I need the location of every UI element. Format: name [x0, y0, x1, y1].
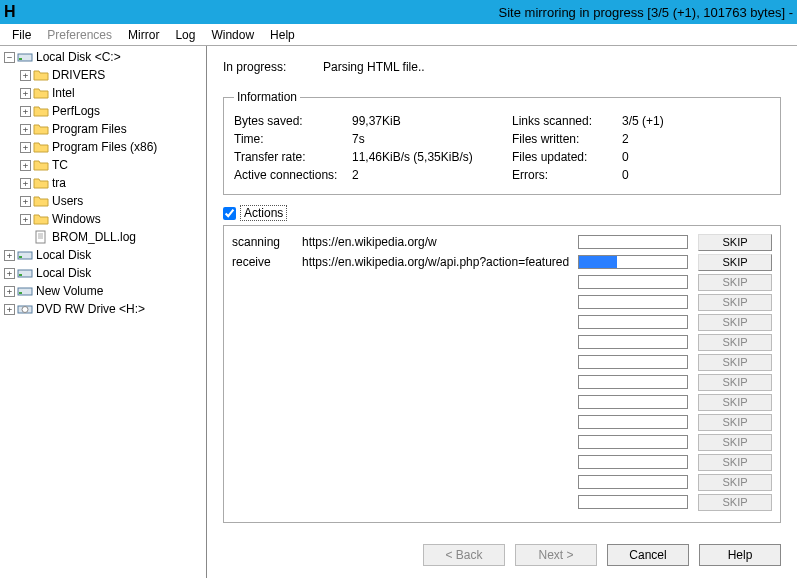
expand-icon[interactable]: +: [20, 160, 31, 171]
action-progress: [578, 455, 688, 469]
drive-icon: [17, 266, 33, 280]
action-url: https://en.wikipedia.org/w: [302, 235, 578, 249]
cd-drive-icon: [17, 302, 33, 316]
action-row: SKIP: [232, 292, 772, 312]
expand-icon[interactable]: +: [4, 268, 15, 279]
skip-button: SKIP: [698, 414, 772, 431]
action-row: SKIP: [232, 452, 772, 472]
information-group: Information Bytes saved: 99,37KiB Links …: [223, 90, 781, 195]
tree-folder-label[interactable]: DRIVERS: [52, 68, 105, 82]
tree-drive-label[interactable]: Local Disk: [36, 248, 91, 262]
menu-window[interactable]: Window: [203, 26, 262, 44]
skip-button: SKIP: [698, 454, 772, 471]
action-progress: [578, 495, 688, 509]
time-label: Time:: [234, 132, 352, 146]
tree-folder-label[interactable]: tra: [52, 176, 66, 190]
action-url: https://en.wikipedia.org/w/api.php?actio…: [302, 255, 578, 269]
tree-folder-label[interactable]: Users: [52, 194, 83, 208]
action-row: SKIP: [232, 272, 772, 292]
file-icon: [33, 230, 49, 244]
expand-icon[interactable]: +: [20, 196, 31, 207]
menu-mirror[interactable]: Mirror: [120, 26, 167, 44]
button-bar: < Back Next > Cancel Help: [423, 544, 781, 566]
action-type: receive: [232, 255, 302, 269]
expand-icon[interactable]: +: [20, 124, 31, 135]
skip-button[interactable]: SKIP: [698, 234, 772, 251]
transfer-rate-label: Transfer rate:: [234, 150, 352, 164]
tree-folder-label[interactable]: PerfLogs: [52, 104, 100, 118]
expand-icon[interactable]: +: [20, 178, 31, 189]
actions-group: scanninghttps://en.wikipedia.org/wSKIPre…: [223, 225, 781, 523]
expand-icon[interactable]: +: [20, 88, 31, 99]
tree-root-label[interactable]: Local Disk <C:>: [36, 50, 121, 64]
expand-icon[interactable]: +: [20, 106, 31, 117]
tree-drive-label[interactable]: Local Disk: [36, 266, 91, 280]
expand-icon[interactable]: +: [4, 304, 15, 315]
errors-value: 0: [622, 168, 682, 182]
help-button[interactable]: Help: [699, 544, 781, 566]
action-row: SKIP: [232, 432, 772, 452]
files-updated-label: Files updated:: [512, 150, 622, 164]
errors-label: Errors:: [512, 168, 622, 182]
drive-icon: [17, 248, 33, 262]
action-progress: [578, 395, 688, 409]
actions-checkbox[interactable]: [223, 207, 236, 220]
action-row: SKIP: [232, 352, 772, 372]
tree-folder-label[interactable]: Intel: [52, 86, 75, 100]
action-progress: [578, 315, 688, 329]
svg-rect-1: [19, 58, 22, 60]
svg-rect-2: [36, 231, 45, 243]
bytes-saved-label: Bytes saved:: [234, 114, 352, 128]
action-progress: [578, 375, 688, 389]
links-scanned-label: Links scanned:: [512, 114, 622, 128]
action-progress: [578, 355, 688, 369]
svg-rect-11: [19, 292, 22, 294]
back-button[interactable]: < Back: [423, 544, 505, 566]
transfer-rate-value: 11,46KiB/s (5,35KiB/s): [352, 150, 512, 164]
actions-label[interactable]: Actions: [240, 205, 287, 221]
action-progress: [578, 475, 688, 489]
menu-log[interactable]: Log: [167, 26, 203, 44]
action-row: scanninghttps://en.wikipedia.org/wSKIP: [232, 232, 772, 252]
folder-icon: [33, 176, 49, 190]
files-written-label: Files written:: [512, 132, 622, 146]
tree-folder-label[interactable]: Program Files: [52, 122, 127, 136]
folder-icon: [33, 122, 49, 136]
action-row: SKIP: [232, 312, 772, 332]
folder-tree[interactable]: − Local Disk <C:> +DRIVERS+Intel+PerfLog…: [0, 46, 207, 578]
drive-icon: [17, 50, 33, 64]
action-row: SKIP: [232, 372, 772, 392]
action-row: SKIP: [232, 492, 772, 512]
tree-cd-label[interactable]: DVD RW Drive <H:>: [36, 302, 145, 316]
expand-icon[interactable]: +: [20, 142, 31, 153]
skip-button: SKIP: [698, 354, 772, 371]
tree-folder-label[interactable]: Windows: [52, 212, 101, 226]
tree-folder-label[interactable]: Program Files (x86): [52, 140, 157, 154]
time-value: 7s: [352, 132, 512, 146]
collapse-icon[interactable]: −: [4, 52, 15, 63]
links-scanned-value: 3/5 (+1): [622, 114, 682, 128]
active-connections-label: Active connections:: [234, 168, 352, 182]
drive-icon: [17, 284, 33, 298]
expand-icon[interactable]: +: [20, 214, 31, 225]
folder-icon: [33, 140, 49, 154]
tree-drive-label[interactable]: New Volume: [36, 284, 103, 298]
skip-button: SKIP: [698, 334, 772, 351]
in-progress-label: In progress:: [223, 60, 323, 74]
skip-button: SKIP: [698, 494, 772, 511]
tree-folder-label[interactable]: TC: [52, 158, 68, 172]
menu-file[interactable]: File: [4, 26, 39, 44]
action-progress: [578, 335, 688, 349]
expand-icon[interactable]: +: [20, 70, 31, 81]
menu-preferences[interactable]: Preferences: [39, 26, 120, 44]
menu-help[interactable]: Help: [262, 26, 303, 44]
cancel-button[interactable]: Cancel: [607, 544, 689, 566]
expand-icon[interactable]: +: [4, 286, 15, 297]
action-row: SKIP: [232, 332, 772, 352]
next-button[interactable]: Next >: [515, 544, 597, 566]
svg-rect-9: [19, 274, 22, 276]
expand-icon[interactable]: +: [4, 250, 15, 261]
tree-file-label[interactable]: BROM_DLL.log: [52, 230, 136, 244]
svg-point-13: [22, 307, 28, 313]
skip-button[interactable]: SKIP: [698, 254, 772, 271]
